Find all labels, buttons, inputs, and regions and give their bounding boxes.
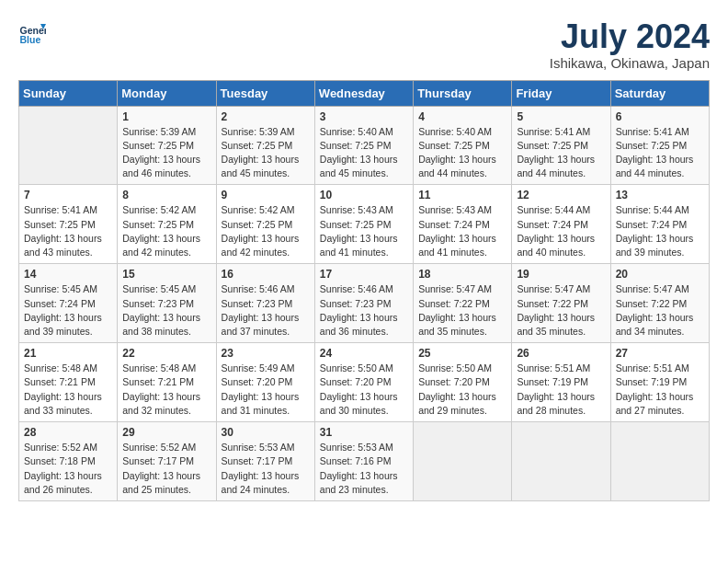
cell-info: Sunrise: 5:53 AM Sunset: 7:17 PM Dayligh… [222,441,310,497]
logo-icon: General Blue [18,18,46,46]
cell-info: Sunrise: 5:40 AM Sunset: 7:25 PM Dayligh… [320,125,408,181]
cell-info: Sunrise: 5:41 AM Sunset: 7:25 PM Dayligh… [517,125,605,181]
day-number: 18 [418,268,506,281]
cell-info: Sunrise: 5:44 AM Sunset: 7:24 PM Dayligh… [616,203,704,259]
month-title: July 2024 [550,18,710,55]
cell-info: Sunrise: 5:43 AM Sunset: 7:24 PM Dayligh… [418,203,506,259]
cell-info: Sunrise: 5:47 AM Sunset: 7:22 PM Dayligh… [517,282,605,339]
calendar-cell [610,422,709,501]
header-row: SundayMondayTuesdayWednesdayThursdayFrid… [19,80,710,106]
cell-info: Sunrise: 5:40 AM Sunset: 7:25 PM Dayligh… [418,125,506,181]
calendar-cell: 20Sunrise: 5:47 AM Sunset: 7:22 PM Dayli… [610,264,709,343]
day-number: 22 [122,347,210,360]
weekday-header: Thursday [414,80,512,106]
cell-info: Sunrise: 5:39 AM Sunset: 7:25 PM Dayligh… [222,125,310,181]
cell-info: Sunrise: 5:43 AM Sunset: 7:25 PM Dayligh… [320,203,408,259]
day-number: 6 [616,110,704,123]
day-number: 10 [320,189,408,201]
calendar-cell: 18Sunrise: 5:47 AM Sunset: 7:22 PM Dayli… [414,264,512,343]
weekday-header: Tuesday [216,80,314,106]
calendar-cell: 17Sunrise: 5:46 AM Sunset: 7:23 PM Dayli… [314,264,413,343]
day-number: 1 [122,110,210,123]
day-number: 15 [122,268,210,281]
calendar-cell: 27Sunrise: 5:51 AM Sunset: 7:19 PM Dayli… [610,343,709,422]
cell-info: Sunrise: 5:45 AM Sunset: 7:23 PM Dayligh… [122,282,210,339]
calendar-table: SundayMondayTuesdayWednesdayThursdayFrid… [18,80,710,501]
calendar-week-row: 7Sunrise: 5:41 AM Sunset: 7:25 PM Daylig… [19,185,710,264]
calendar-header: SundayMondayTuesdayWednesdayThursdayFrid… [19,80,710,106]
day-number: 4 [418,110,506,123]
day-number: 3 [320,110,408,123]
weekday-header: Monday [118,80,216,106]
calendar-cell: 1Sunrise: 5:39 AM Sunset: 7:25 PM Daylig… [118,106,216,185]
cell-info: Sunrise: 5:51 AM Sunset: 7:19 PM Dayligh… [616,362,704,418]
day-number: 9 [222,189,310,201]
calendar-cell: 19Sunrise: 5:47 AM Sunset: 7:22 PM Dayli… [512,264,610,343]
calendar-cell: 21Sunrise: 5:48 AM Sunset: 7:21 PM Dayli… [19,343,118,422]
svg-text:Blue: Blue [20,34,41,45]
day-number: 17 [320,268,408,281]
cell-info: Sunrise: 5:52 AM Sunset: 7:18 PM Dayligh… [24,441,112,497]
calendar-cell: 23Sunrise: 5:49 AM Sunset: 7:20 PM Dayli… [216,343,314,422]
calendar-cell: 30Sunrise: 5:53 AM Sunset: 7:17 PM Dayli… [216,422,314,501]
calendar-body: 1Sunrise: 5:39 AM Sunset: 7:25 PM Daylig… [19,106,710,500]
day-number: 30 [222,426,310,439]
cell-info: Sunrise: 5:44 AM Sunset: 7:24 PM Dayligh… [517,203,605,259]
day-number: 24 [320,347,408,360]
day-number: 7 [24,189,112,201]
page-header: General Blue July 2024 Ishikawa, Okinawa… [18,18,710,71]
day-number: 2 [222,110,310,123]
calendar-week-row: 21Sunrise: 5:48 AM Sunset: 7:21 PM Dayli… [19,343,710,422]
calendar-week-row: 14Sunrise: 5:45 AM Sunset: 7:24 PM Dayli… [19,264,710,343]
cell-info: Sunrise: 5:50 AM Sunset: 7:20 PM Dayligh… [320,362,408,418]
calendar-cell: 4Sunrise: 5:40 AM Sunset: 7:25 PM Daylig… [414,106,512,185]
cell-info: Sunrise: 5:50 AM Sunset: 7:20 PM Dayligh… [418,362,506,418]
calendar-cell [512,422,610,501]
cell-info: Sunrise: 5:49 AM Sunset: 7:20 PM Dayligh… [222,362,310,418]
cell-info: Sunrise: 5:42 AM Sunset: 7:25 PM Dayligh… [222,203,310,259]
weekday-header: Wednesday [314,80,413,106]
calendar-cell: 10Sunrise: 5:43 AM Sunset: 7:25 PM Dayli… [314,185,413,264]
cell-info: Sunrise: 5:52 AM Sunset: 7:17 PM Dayligh… [122,441,210,497]
day-number: 13 [616,189,704,201]
day-number: 14 [24,268,112,281]
calendar-cell: 22Sunrise: 5:48 AM Sunset: 7:21 PM Dayli… [118,343,216,422]
location-title: Ishikawa, Okinawa, Japan [550,55,710,71]
calendar-cell: 12Sunrise: 5:44 AM Sunset: 7:24 PM Dayli… [512,185,610,264]
calendar-cell: 31Sunrise: 5:53 AM Sunset: 7:16 PM Dayli… [314,422,413,501]
day-number: 26 [517,347,605,360]
day-number: 29 [122,426,210,439]
cell-info: Sunrise: 5:53 AM Sunset: 7:16 PM Dayligh… [320,441,408,497]
calendar-week-row: 28Sunrise: 5:52 AM Sunset: 7:18 PM Dayli… [19,422,710,501]
day-number: 25 [418,347,506,360]
calendar-cell: 2Sunrise: 5:39 AM Sunset: 7:25 PM Daylig… [216,106,314,185]
cell-info: Sunrise: 5:51 AM Sunset: 7:19 PM Dayligh… [517,362,605,418]
day-number: 16 [222,268,310,281]
cell-info: Sunrise: 5:46 AM Sunset: 7:23 PM Dayligh… [320,282,408,339]
weekday-header: Sunday [19,80,118,106]
weekday-header: Saturday [610,80,709,106]
calendar-cell: 7Sunrise: 5:41 AM Sunset: 7:25 PM Daylig… [19,185,118,264]
cell-info: Sunrise: 5:39 AM Sunset: 7:25 PM Dayligh… [122,125,210,181]
calendar-cell: 5Sunrise: 5:41 AM Sunset: 7:25 PM Daylig… [512,106,610,185]
calendar-cell: 3Sunrise: 5:40 AM Sunset: 7:25 PM Daylig… [314,106,413,185]
calendar-cell: 29Sunrise: 5:52 AM Sunset: 7:17 PM Dayli… [118,422,216,501]
calendar-week-row: 1Sunrise: 5:39 AM Sunset: 7:25 PM Daylig… [19,106,710,185]
day-number: 31 [320,426,408,439]
calendar-cell: 6Sunrise: 5:41 AM Sunset: 7:25 PM Daylig… [610,106,709,185]
cell-info: Sunrise: 5:47 AM Sunset: 7:22 PM Dayligh… [616,282,704,339]
calendar-cell: 14Sunrise: 5:45 AM Sunset: 7:24 PM Dayli… [19,264,118,343]
cell-info: Sunrise: 5:48 AM Sunset: 7:21 PM Dayligh… [122,362,210,418]
cell-info: Sunrise: 5:45 AM Sunset: 7:24 PM Dayligh… [24,282,112,339]
logo: General Blue [18,18,46,46]
day-number: 5 [517,110,605,123]
cell-info: Sunrise: 5:42 AM Sunset: 7:25 PM Dayligh… [122,203,210,259]
cell-info: Sunrise: 5:47 AM Sunset: 7:22 PM Dayligh… [418,282,506,339]
day-number: 19 [517,268,605,281]
cell-info: Sunrise: 5:48 AM Sunset: 7:21 PM Dayligh… [24,362,112,418]
day-number: 21 [24,347,112,360]
calendar-cell: 13Sunrise: 5:44 AM Sunset: 7:24 PM Dayli… [610,185,709,264]
day-number: 20 [616,268,704,281]
cell-info: Sunrise: 5:46 AM Sunset: 7:23 PM Dayligh… [222,282,310,339]
weekday-header: Friday [512,80,610,106]
